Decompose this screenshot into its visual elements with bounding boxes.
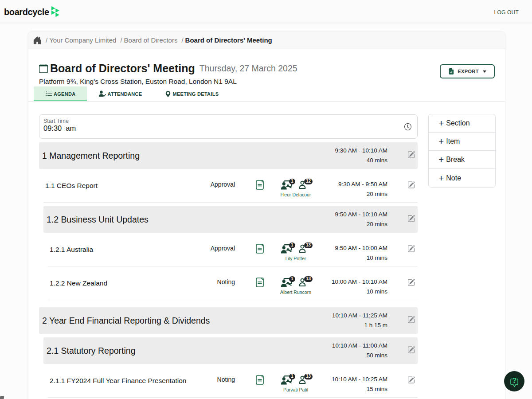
svg-text:?: ? — [512, 376, 516, 385]
